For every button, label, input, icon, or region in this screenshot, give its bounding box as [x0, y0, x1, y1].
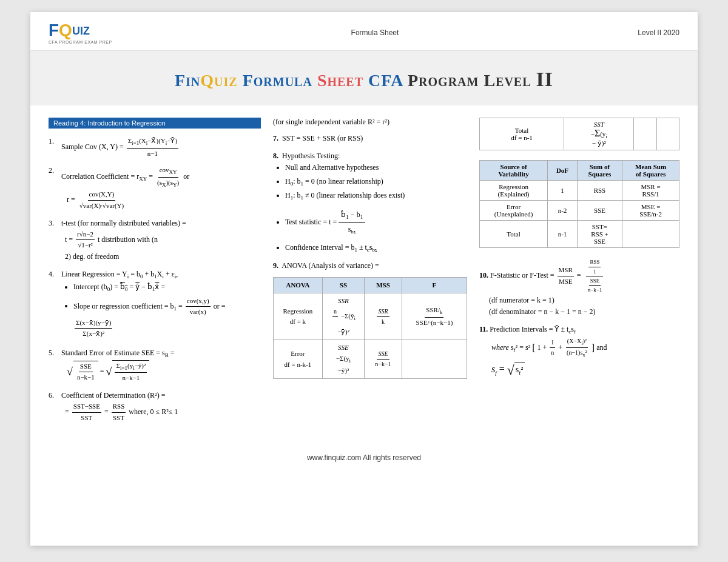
- total-empty1: [634, 118, 656, 150]
- formula-6-num: 6.: [49, 390, 59, 401]
- anova2-row-total: Total n-1 SST=RSS +SSE: [480, 221, 679, 248]
- anova-table-2: Source ofVariability DoF Sum ofSquares M…: [479, 160, 679, 248]
- section-header: Reading 4: Introduction to Regression: [49, 118, 261, 129]
- anova-error-ss: SSE −Σ(yi−ŷ)²: [322, 340, 364, 379]
- right-column: Totaldf = n-1 SST −Σ(yi − ȳ)² So: [479, 118, 679, 429]
- formula-4-bullets: Intercept (b0) = b̂0 = ȳ − b̂1x̄ = Slope…: [73, 281, 260, 340]
- anova2-regression-source: Regression(Explained): [480, 181, 548, 201]
- total-label: Totaldf = n-1: [480, 118, 564, 150]
- formula-5: 5. Standard Error of Estimate SEE = sB =…: [49, 347, 261, 384]
- formula-5-content: Standard Error of Estimate SEE = sB = √ …: [61, 347, 260, 384]
- total-sst: SST −Σ(yi − ȳ)²: [564, 118, 634, 150]
- formula-4-fraction1: cov(x,y) var(x): [186, 296, 211, 318]
- anova-regression-label: Regressiondf = k: [274, 293, 323, 340]
- formula-1-fraction: Σi=1(Xi−X̄)(Yi−Ȳ) n−1: [127, 136, 178, 159]
- formula-5-sqrt2: √ Σi=1(yi−ŷ)² n−k−1: [106, 360, 150, 384]
- formula-4: 4. Linear Regression = Yi = b0 + b1Xi + …: [49, 269, 261, 341]
- anova2-error-mss: MSE =SSE/n-2: [622, 201, 679, 221]
- formula-1: 1. Sample Cov (X, Y) = Σi=1(Xi−X̄)(Yi−Ȳ)…: [49, 136, 261, 159]
- r-squared-note: (for single independent variable R² = r²…: [273, 118, 467, 127]
- formula-4-fraction2: Σ(x−x̄)(y−ȳ) Σ(x−x̄)²: [75, 318, 112, 340]
- anova2-header-mss: Mean Sumof Squares: [622, 161, 679, 181]
- total-empty2: [656, 118, 679, 150]
- test-stat-item: Test statistic = t = b̂1 − b1 sb₁: [285, 209, 467, 237]
- f-test-detail2: (df denominator = n − k − 1 = n − 2): [489, 307, 595, 316]
- total-table: Totaldf = n-1 SST −Σ(yi − ȳ)²: [479, 118, 679, 150]
- formula-3-fraction: r√n−2 √1−r²: [76, 229, 95, 251]
- anova-header-3: MSS: [365, 277, 402, 293]
- formula-2-num: 2.: [49, 165, 59, 176]
- page: FQUIZ CFA PROGRAM EXAM PREP Formula Shee…: [30, 12, 698, 546]
- sf-sqrt: √ sf²: [507, 360, 525, 381]
- title-fin: Fin: [175, 71, 200, 90]
- formula-10: 10. F-Statistic or F-Test = MSR MSE = RS…: [479, 258, 679, 318]
- anova-regression-ss: SSR n −Σ(ŷi−ȳ)²: [322, 293, 364, 340]
- formula-6-frac1: SST−SSE SST: [72, 401, 101, 423]
- anova-row-regression: Regressiondf = k SSR n −Σ(ŷi−ȳ)²: [274, 293, 467, 340]
- anova-error-f: [402, 340, 467, 379]
- formula-test-stat: Test statistic = t = b̂1 − b1 sb₁ Confid…: [273, 209, 467, 254]
- hypothesis-h1: H1: b1 ≠ 0 (linear relationship does exi…: [285, 190, 467, 202]
- f-test-detail1: (df numerator = k = 1): [489, 296, 554, 304]
- f-test-frac2: RSS 1 SSE n−k−1: [584, 258, 606, 295]
- formula-3-num: 3.: [49, 218, 59, 229]
- anova2-total-mss: [622, 221, 679, 248]
- logo-q: Q: [59, 21, 72, 39]
- title-ii: II: [536, 68, 553, 90]
- pred-interval-formula: where sf² = s² [ 1 + 1 n + (X−Xi)² (n−1)…: [491, 343, 607, 352]
- header-center: Formula Sheet: [351, 28, 399, 37]
- content-area: Reading 4: Introduction to Regression 1.…: [30, 118, 698, 441]
- formula-6-content: Coefficient of Determination (R²) = = SS…: [61, 390, 260, 423]
- anova-table: ANOVA SS MSS F Regressiondf = k SSR: [273, 277, 467, 380]
- hypothesis-null-alt: Null and Alternative hypotheses: [285, 162, 467, 173]
- formula-1-content: Sample Cov (X, Y) = Σi=1(Xi−X̄)(Yi−Ȳ) n−…: [61, 136, 260, 159]
- anova2-total-dof: n-1: [548, 221, 578, 248]
- title-cfa: CFA: [368, 71, 408, 90]
- formula-6-frac2: RSS SST: [112, 401, 126, 423]
- anova-header-1: ANOVA: [274, 277, 323, 293]
- formula-8: 8. Hypothesis Testing: Null and Alternat…: [273, 150, 467, 202]
- footer: www.finquiz.com All rights reserved: [30, 441, 698, 470]
- formula-7: 7. SST = SSE + SSR (or RSS): [273, 133, 467, 144]
- title-level: Level: [484, 71, 536, 90]
- hypothesis-list: Null and Alternative hypotheses H0: b1 =…: [285, 162, 467, 202]
- anova2-regression-mss: MSR =RSS/1: [622, 181, 679, 201]
- formula-5-sqrt1: √ SSE n−k−1: [67, 361, 98, 383]
- logo-f: F: [49, 21, 59, 39]
- title-banner: FinQuiz Formula Sheet CFA Program Level …: [30, 51, 698, 105]
- anova2-regression-ss: RSS: [577, 181, 622, 201]
- formula-5-frac1: SSE n−k−1: [76, 361, 96, 383]
- formula-2-content: Correlation Coefficient = rXY = covXY (s…: [61, 165, 260, 211]
- anova-regression-mss: SSR k: [365, 293, 402, 340]
- anova2-row-regression: Regression(Explained) 1 RSS MSR =RSS/1: [480, 181, 679, 201]
- hypothesis-h0: H0: b1 = 0 (no linear relationship): [285, 176, 467, 189]
- logo-quiz: UIZ: [72, 25, 90, 37]
- formula-4-bullet-1: Intercept (b0) = b̂0 = ȳ − b̂1x̄ =: [73, 281, 260, 294]
- logo-subtitle: CFA PROGRAM EXAM PREP: [49, 40, 112, 44]
- test-stat-list: Test statistic = t = b̂1 − b1 sb₁ Confid…: [285, 209, 467, 254]
- anova-error-mss: SSE n−k−1: [365, 340, 402, 379]
- anova2-header-dof: DoF: [548, 161, 578, 181]
- confidence-interval-item: Confidence Interval = b1 ± tcsb₁: [285, 242, 467, 255]
- anova-row-error: Errordf = n-k-1 SSE −Σ(yi−ŷ)² SSE n−k−1: [274, 340, 467, 379]
- anova2-total-source: Total: [480, 221, 548, 248]
- title-sheet: Sheet: [317, 71, 363, 90]
- anova2-row-error: Error(Unexplained) n-2 SSE MSE =SSE/n-2: [480, 201, 679, 221]
- formula-4-bullet-2: Slope or regression coefficient = b1 = c…: [73, 296, 260, 340]
- formula-5-num: 5.: [49, 347, 59, 359]
- total-row: Totaldf = n-1 SST −Σ(yi − ȳ)²: [480, 118, 679, 150]
- formula-2-fraction2: cov(X,Y) √var(X)·√var(Y): [78, 189, 125, 211]
- f-test-frac1: MSR MSE: [558, 265, 574, 287]
- formula-9: 9. ANOVA (Analysis of variance) = ANOVA …: [273, 260, 467, 379]
- formula-4-num: 4.: [49, 269, 59, 280]
- title-text: FinQuiz Formula Sheet CFA Program Level …: [42, 68, 686, 91]
- title-formula: Formula: [243, 71, 317, 90]
- anova-regression-f: SSR/k SSE/·(n−k−1): [402, 293, 467, 340]
- title-program: Program: [408, 71, 484, 90]
- left-column: Reading 4: Introduction to Regression 1.…: [49, 118, 261, 429]
- anova-error-label: Errordf = n-k-1: [274, 340, 323, 379]
- formula-2-fraction1: covXY (sX)(sY): [156, 165, 180, 189]
- formula-11: 11. Prediction Intervals = Ȳ ± tcsf wher…: [479, 324, 679, 381]
- header: FQUIZ CFA PROGRAM EXAM PREP Formula Shee…: [30, 12, 698, 51]
- title-quiz: Quiz: [200, 71, 237, 90]
